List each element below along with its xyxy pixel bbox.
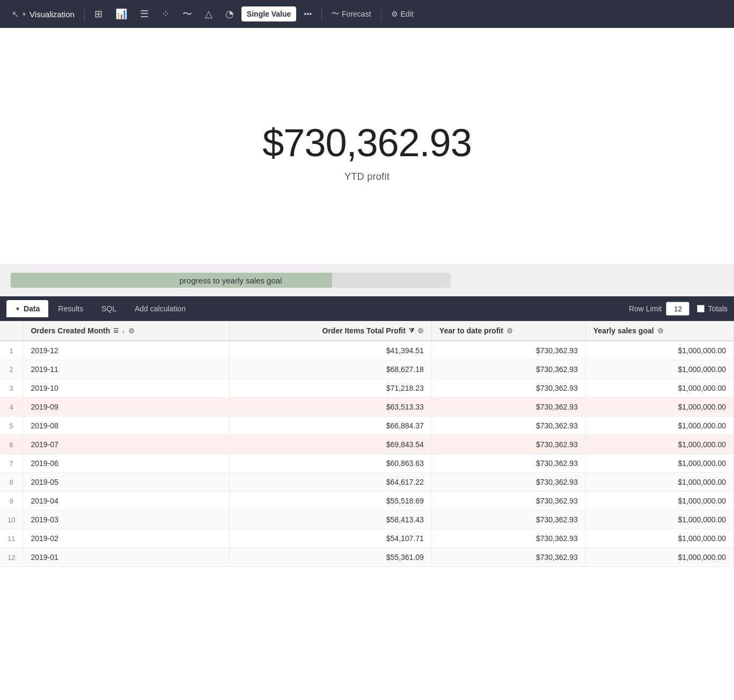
- area-button[interactable]: △: [200, 5, 218, 23]
- single-value-label: YTD profit: [344, 171, 390, 183]
- tab-add-calc-label: Add calculation: [135, 304, 186, 313]
- pivot-icon: ☰: [140, 8, 149, 20]
- forecast-button[interactable]: 〜 Forecast: [326, 6, 376, 22]
- bar-chart-icon: 📊: [115, 8, 127, 20]
- row-limit-input[interactable]: [666, 302, 689, 316]
- visualization-label: Visualization: [30, 10, 75, 19]
- more-icon: •••: [304, 10, 312, 18]
- table-row: 10 2019-03 $58,413.43 $730,362.93 $1,000…: [0, 511, 734, 529]
- cursor-icon: ↖: [12, 9, 19, 19]
- line-icon: 〜: [182, 8, 192, 20]
- ytd-cell: $730,362.93: [431, 529, 585, 548]
- ytd-cell: $730,362.93: [431, 548, 585, 567]
- goal-cell: $1,000,000.00: [585, 417, 733, 435]
- profit-cell: $71,218.23: [229, 379, 431, 398]
- pie-icon: ◔: [225, 8, 234, 20]
- table-row: 7 2019-06 $60,863.63 $730,362.93 $1,000,…: [0, 454, 734, 473]
- month-cell: 2019-08: [23, 417, 229, 435]
- bar-chart-button[interactable]: 📊: [110, 5, 133, 23]
- goal-cell: $1,000,000.00: [585, 529, 733, 548]
- ytd-cell: $730,362.93: [431, 341, 585, 360]
- sort-list-icon[interactable]: ☰: [113, 327, 119, 334]
- table-row: 1 2019-12 $41,394.51 $730,362.93 $1,000,…: [0, 341, 734, 360]
- visualization-menu[interactable]: ↖ ▼ Visualization: [6, 6, 80, 23]
- profit-cell: $55,361.09: [229, 548, 431, 567]
- row-num-cell: 4: [0, 398, 23, 417]
- single-value-label: Single Value: [247, 10, 291, 18]
- goal-cell: $1,000,000.00: [585, 341, 733, 360]
- profit-cell: $63,513.33: [229, 398, 431, 417]
- ytd-cell: $730,362.93: [431, 360, 585, 379]
- table-row: 8 2019-05 $64,617.22 $730,362.93 $1,000,…: [0, 473, 734, 492]
- table-header: Orders Created Month ☰ ↓ ⚙ Order Items T…: [0, 321, 734, 341]
- separator-3: [381, 6, 381, 21]
- ytd-cell: $730,362.93: [431, 379, 585, 398]
- tab-results-label: Results: [58, 304, 83, 313]
- edit-label: Edit: [401, 10, 414, 18]
- ytd-cell: $730,362.93: [431, 454, 585, 473]
- ytd-cell: $730,362.93: [431, 417, 585, 435]
- table-row: 6 2019-07 $69,843.54 $730,362.93 $1,000,…: [0, 435, 734, 454]
- main-visualization: $730,362.93 YTD profit: [0, 28, 734, 264]
- row-num-cell: 12: [0, 548, 23, 567]
- single-value-display: $730,362.93: [262, 121, 471, 165]
- tab-data[interactable]: ▼ Data: [6, 300, 48, 317]
- col-goal-label: Yearly sales goal: [593, 326, 654, 335]
- area-icon: △: [205, 8, 212, 20]
- col-goal-gear[interactable]: ⚙: [657, 327, 664, 335]
- table-icon: ⊞: [94, 8, 102, 20]
- col-ytd-label: Year to date profit: [439, 326, 503, 335]
- totals-checkbox[interactable]: [697, 305, 704, 312]
- row-num-cell: 1: [0, 341, 23, 360]
- forecast-label: Forecast: [342, 10, 371, 18]
- row-num-cell: 7: [0, 454, 23, 473]
- col-header-ytd: Year to date profit ⚙: [431, 321, 585, 341]
- profit-cell: $54,107.71: [229, 529, 431, 548]
- separator-2: [321, 6, 322, 21]
- tab-sql-label: SQL: [101, 304, 116, 313]
- month-cell: 2019-09: [23, 398, 229, 417]
- edit-button[interactable]: ⚙ Edit: [386, 6, 419, 21]
- row-num-cell: 2: [0, 360, 23, 379]
- col-ytd-gear[interactable]: ⚙: [507, 327, 513, 335]
- profit-cell: $60,863.63: [229, 454, 431, 473]
- col-profit-funnel-icon: ⧩: [409, 327, 414, 334]
- table-button[interactable]: ⊞: [89, 5, 108, 23]
- month-cell: 2019-07: [23, 435, 229, 454]
- goal-cell: $1,000,000.00: [585, 379, 733, 398]
- progress-label: progress to yearly sales goal: [11, 276, 451, 285]
- col-month-gear[interactable]: ⚙: [128, 327, 135, 335]
- line-button[interactable]: 〜: [177, 4, 197, 24]
- ytd-cell: $730,362.93: [431, 435, 585, 454]
- pie-button[interactable]: ◔: [220, 5, 239, 23]
- month-cell: 2019-02: [23, 529, 229, 548]
- tab-sql[interactable]: SQL: [93, 300, 125, 317]
- table-body: 1 2019-12 $41,394.51 $730,362.93 $1,000,…: [0, 341, 734, 567]
- profit-cell: $58,413.43: [229, 511, 431, 529]
- totals-area[interactable]: Totals: [697, 304, 728, 313]
- row-limit-label: Row Limit: [629, 304, 662, 313]
- profit-cell: $55,518.69: [229, 492, 431, 511]
- col-profit-gear[interactable]: ⚙: [417, 327, 424, 335]
- ytd-cell: $730,362.93: [431, 398, 585, 417]
- row-num-cell: 6: [0, 435, 23, 454]
- profit-cell: $68,627.18: [229, 360, 431, 379]
- more-button[interactable]: •••: [298, 6, 317, 21]
- row-num-header: [0, 321, 23, 341]
- sort-down-icon[interactable]: ↓: [122, 327, 125, 334]
- profit-cell: $41,394.51: [229, 341, 431, 360]
- month-cell: 2019-01: [23, 548, 229, 567]
- row-num-cell: 8: [0, 473, 23, 492]
- table-row: 5 2019-08 $66,884.37 $730,362.93 $1,000,…: [0, 417, 734, 435]
- tab-data-label: Data: [24, 304, 40, 313]
- tab-results[interactable]: Results: [49, 300, 92, 317]
- scatter-button[interactable]: ⁘: [156, 5, 175, 23]
- edit-icon: ⚙: [391, 10, 398, 18]
- month-cell: 2019-10: [23, 379, 229, 398]
- month-cell: 2019-04: [23, 492, 229, 511]
- scatter-icon: ⁘: [162, 8, 170, 20]
- month-cell: 2019-03: [23, 511, 229, 529]
- single-value-button[interactable]: Single Value: [241, 6, 296, 21]
- tab-add-calculation[interactable]: Add calculation: [126, 300, 194, 317]
- pivot-button[interactable]: ☰: [135, 5, 154, 23]
